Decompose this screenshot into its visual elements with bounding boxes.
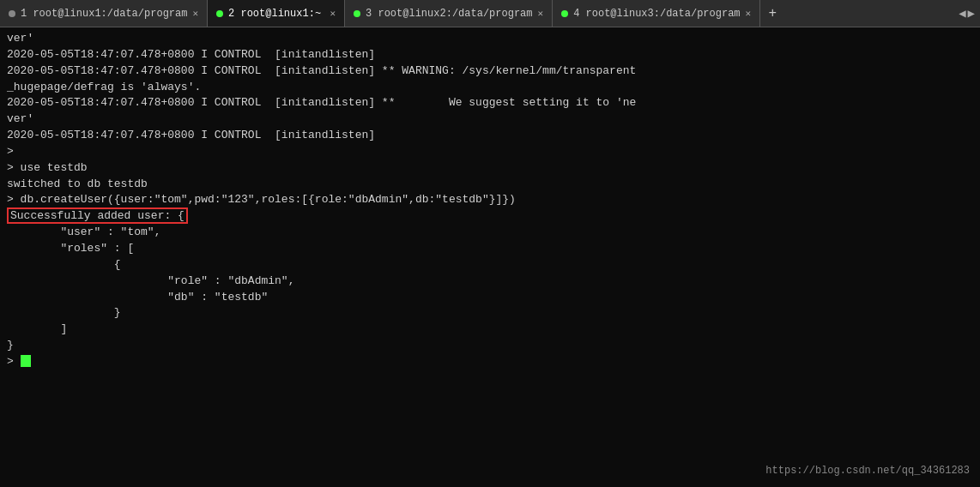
line-10: switched to db testdb <box>7 177 973 193</box>
line-19: ] <box>7 322 973 338</box>
tab-nav-arrows: ◀ ▶ <box>959 6 980 21</box>
tab-3-close[interactable]: ✕ <box>538 8 544 19</box>
tab-next-arrow[interactable]: ▶ <box>968 6 975 21</box>
line-9: > use testdb <box>7 160 973 177</box>
tab-2-label: 2 root@linux1:~ <box>228 8 321 20</box>
add-tab-button[interactable]: + <box>760 0 784 27</box>
tab-prev-arrow[interactable]: ◀ <box>959 6 965 21</box>
terminal-content: ver' 2020-05-05T18:47:07.478+0800 I CONT… <box>0 27 980 487</box>
line-1: ver' <box>7 31 973 47</box>
tab-1-label: 1 root@linux1:/data/program <box>21 8 187 20</box>
tab-3-dot <box>354 10 360 17</box>
tab-bar: 1 root@linux1:/data/program ✕ 2 root@lin… <box>0 0 980 27</box>
tab-4[interactable]: 4 root@linux3:/data/program ✕ <box>553 0 760 27</box>
line-20: } <box>7 338 973 354</box>
tab-2-dot <box>216 10 223 17</box>
line-11: > db.createUser({user:"tom",pwd:"123",ro… <box>7 192 973 208</box>
line-8: > <box>7 144 973 160</box>
tab-1[interactable]: 1 root@linux1:/data/program ✕ <box>0 0 208 27</box>
watermark: https://blog.csdn.net/qq_34361283 <box>765 464 970 478</box>
tab-1-close[interactable]: ✕ <box>192 8 198 19</box>
tab-4-dot <box>561 10 568 17</box>
line-7: 2020-05-05T18:47:07.478+0800 I CONTROL [… <box>7 128 973 144</box>
line-12: Successfully added user: { <box>7 208 973 225</box>
success-highlight: Successfully added user: { <box>7 207 188 224</box>
line-5: 2020-05-05T18:47:07.478+0800 I CONTROL [… <box>7 95 973 111</box>
line-15: { <box>7 257 973 274</box>
line-21: > <box>7 354 973 370</box>
tab-1-dot <box>9 10 15 17</box>
line-17: "db" : "testdb" <box>7 290 973 306</box>
tab-2-close[interactable]: ✕ <box>330 8 336 19</box>
line-2: 2020-05-05T18:47:07.478+0800 I CONTROL [… <box>7 47 973 63</box>
line-13: "user" : "tom", <box>7 225 973 241</box>
line-6: ver' <box>7 111 973 128</box>
tab-3-label: 3 root@linux2:/data/program <box>366 8 532 20</box>
cursor-block <box>21 355 31 367</box>
tab-4-label: 4 root@linux3:/data/program <box>573 8 740 20</box>
line-18: } <box>7 305 973 322</box>
tab-3[interactable]: 3 root@linux2:/data/program ✕ <box>345 0 553 27</box>
line-4: _hugepage/defrag is 'always'. <box>7 80 973 96</box>
line-16: "role" : "dbAdmin", <box>7 274 973 290</box>
line-14: "roles" : [ <box>7 241 973 257</box>
tab-2[interactable]: 2 root@linux1:~ ✕ <box>208 0 345 27</box>
tab-4-close[interactable]: ✕ <box>746 8 752 19</box>
line-3: 2020-05-05T18:47:07.478+0800 I CONTROL [… <box>7 63 973 80</box>
